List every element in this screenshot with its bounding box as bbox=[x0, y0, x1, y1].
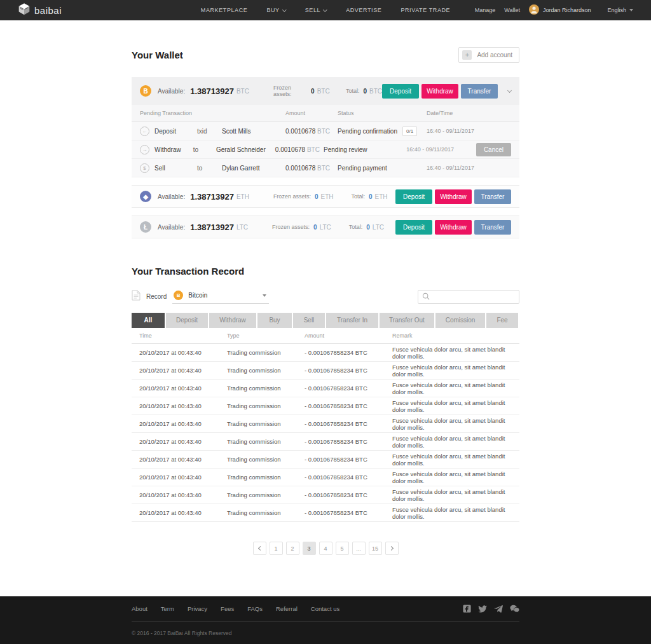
available-label: Available: bbox=[158, 193, 185, 200]
available-label: Available: bbox=[158, 224, 185, 231]
next-page-button[interactable] bbox=[385, 542, 399, 555]
nav-manage-link[interactable]: Manage bbox=[475, 7, 496, 13]
filter-tab[interactable]: Deposit bbox=[166, 313, 209, 328]
available-label: Available: bbox=[158, 88, 185, 95]
add-account-button[interactable]: + Add account bbox=[458, 47, 519, 63]
pending-type-label: Sell bbox=[154, 165, 165, 172]
page-button[interactable]: 15 bbox=[369, 542, 382, 555]
btc-available-value: 1.38713927 bbox=[190, 86, 234, 96]
filter-tab[interactable]: Transfer In bbox=[326, 313, 380, 328]
pending-counterparty: Dylan Garrett bbox=[222, 165, 285, 172]
nav-menu-item[interactable]: PRIVATE TRADE bbox=[401, 7, 450, 13]
ltc-total-unit: LTC bbox=[373, 224, 384, 231]
footer-link[interactable]: Referral bbox=[276, 605, 298, 612]
transfer-button[interactable]: Transfer bbox=[461, 84, 498, 99]
filter-tab[interactable]: Fee bbox=[486, 313, 519, 328]
pending-direction-label: to bbox=[197, 165, 222, 172]
nav-menu-item[interactable]: ADVERTISE bbox=[346, 7, 381, 13]
caret-down-icon bbox=[263, 294, 266, 297]
nav-username: Jordan Richardson bbox=[543, 7, 591, 13]
tx-remark: Fusce vehicula dolor arcu, sit amet blan… bbox=[392, 364, 512, 378]
page-button[interactable]: 4 bbox=[319, 542, 332, 555]
nav-menu-item[interactable]: SELL bbox=[305, 7, 327, 13]
wallet-account-btc: B Available: 1.38713927 BTC Frozen asset… bbox=[132, 77, 519, 177]
footer-link[interactable]: Contact us bbox=[311, 605, 339, 612]
deposit-button[interactable]: Deposit bbox=[382, 84, 419, 99]
tx-time: 20/10/2017 at 00:43:40 bbox=[139, 456, 227, 463]
wechat-icon[interactable] bbox=[510, 605, 519, 613]
pending-table-header: Pending Transaction Amount Status Date/T… bbox=[132, 105, 519, 122]
filter-tab[interactable]: Comission bbox=[435, 313, 486, 328]
page-button[interactable]: ... bbox=[352, 542, 366, 555]
eth-frozen-unit: ETH bbox=[320, 193, 333, 200]
pending-transaction-row: ← Deposit txid Scott Mills 0.0010678 BTC… bbox=[132, 122, 519, 140]
deposit-button[interactable]: Deposit bbox=[395, 189, 432, 204]
confirmation-badge: 0/1 bbox=[402, 127, 417, 136]
nav-wallet-link[interactable]: Wallet bbox=[504, 7, 520, 13]
tx-amount: - 0.001067858234 BTC bbox=[305, 491, 392, 498]
brand[interactable]: baibai bbox=[18, 3, 62, 18]
pending-header-amount: Amount bbox=[285, 110, 338, 116]
tx-amount: - 0.001067858234 BTC bbox=[305, 367, 392, 374]
prev-page-button[interactable] bbox=[253, 542, 266, 555]
filter-tab[interactable]: Sell bbox=[293, 313, 326, 328]
page-button[interactable]: 2 bbox=[286, 542, 299, 555]
search-input[interactable] bbox=[433, 294, 517, 301]
ltc-frozen-unit: LTC bbox=[320, 224, 331, 231]
filter-tab[interactable]: Transfer Out bbox=[380, 313, 435, 328]
language-selector[interactable]: English bbox=[607, 7, 633, 13]
cancel-button[interactable]: Cancel bbox=[476, 143, 511, 156]
language-label: English bbox=[607, 7, 626, 13]
tx-type: Trading commission bbox=[227, 385, 305, 392]
transfer-button[interactable]: Transfer bbox=[474, 220, 511, 235]
transaction-row: 20/10/2017 at 00:43:40 Trading commissio… bbox=[132, 415, 519, 433]
header-remark: Remark bbox=[392, 332, 512, 339]
ethereum-icon: ◆ bbox=[140, 191, 151, 202]
pending-datetime: 16:40 - 09/11/2017 bbox=[406, 146, 476, 153]
twitter-icon[interactable] bbox=[478, 605, 487, 613]
pending-status: Pending payment bbox=[338, 165, 387, 172]
tx-remark: Fusce vehicula dolor arcu, sit amet blan… bbox=[392, 435, 512, 449]
frozen-label: Frozen assets: bbox=[272, 224, 310, 230]
collapse-chevron-icon[interactable] bbox=[507, 88, 512, 92]
nav-menu-item[interactable]: BUY bbox=[266, 7, 285, 13]
page-button[interactable]: 1 bbox=[270, 542, 283, 555]
tx-remark: Fusce vehicula dolor arcu, sit amet blan… bbox=[392, 470, 512, 484]
withdraw-button[interactable]: Withdraw bbox=[435, 189, 472, 204]
filter-tab[interactable]: Buy bbox=[257, 313, 293, 328]
header-type: Type bbox=[227, 332, 305, 339]
tx-remark: Fusce vehicula dolor arcu, sit amet blan… bbox=[392, 488, 512, 502]
deposit-button[interactable]: Deposit bbox=[395, 220, 432, 235]
pending-datetime: 16:40 - 09/11/2017 bbox=[427, 128, 502, 134]
page-button[interactable]: 3 bbox=[303, 542, 316, 555]
tx-remark: Fusce vehicula dolor arcu, sit amet blan… bbox=[392, 346, 512, 360]
withdraw-button[interactable]: Withdraw bbox=[421, 84, 458, 99]
footer-link[interactable]: Term bbox=[161, 605, 174, 612]
pending-header-transaction: Pending Transaction bbox=[140, 110, 285, 116]
footer-link[interactable]: Fees bbox=[221, 605, 234, 612]
footer-link[interactable]: About bbox=[132, 605, 147, 612]
page-button[interactable]: 5 bbox=[336, 542, 349, 555]
nav-menu-item[interactable]: MARKETPLACE bbox=[201, 7, 248, 13]
currency-select[interactable]: B Bitcoin bbox=[172, 289, 269, 304]
footer-link[interactable]: Privacy bbox=[188, 605, 207, 612]
tx-type: Trading commission bbox=[227, 474, 305, 481]
filter-tab[interactable]: Withdraw bbox=[209, 313, 257, 328]
caret-down-icon bbox=[629, 9, 633, 11]
pending-transaction-row: $ Sell to Dylan Garrett 0.0010678 BTC Pe… bbox=[132, 159, 519, 177]
pending-amount: 0.0010678 bbox=[285, 165, 315, 172]
record-label: Record bbox=[146, 293, 167, 300]
ltc-frozen-value: 0 bbox=[313, 224, 317, 231]
filter-tab[interactable]: All bbox=[132, 313, 166, 328]
deposit-icon: ← bbox=[140, 127, 149, 136]
footer-link[interactable]: FAQs bbox=[247, 605, 263, 612]
copyright: © 2016 - 2017 BaiBai All Rights Reserved bbox=[132, 622, 519, 644]
pending-transaction-row: → Withdraw to Gerald Schneider 0.0010678… bbox=[132, 140, 519, 159]
nav-menu-item-label: MARKETPLACE bbox=[201, 7, 248, 13]
transfer-button[interactable]: Transfer bbox=[474, 189, 511, 204]
withdraw-button[interactable]: Withdraw bbox=[435, 220, 472, 235]
telegram-icon[interactable] bbox=[494, 605, 503, 613]
tx-time: 20/10/2017 at 00:43:40 bbox=[139, 402, 227, 409]
facebook-icon[interactable] bbox=[463, 605, 471, 613]
nav-user-menu[interactable]: Jordan Richardson bbox=[529, 4, 591, 16]
